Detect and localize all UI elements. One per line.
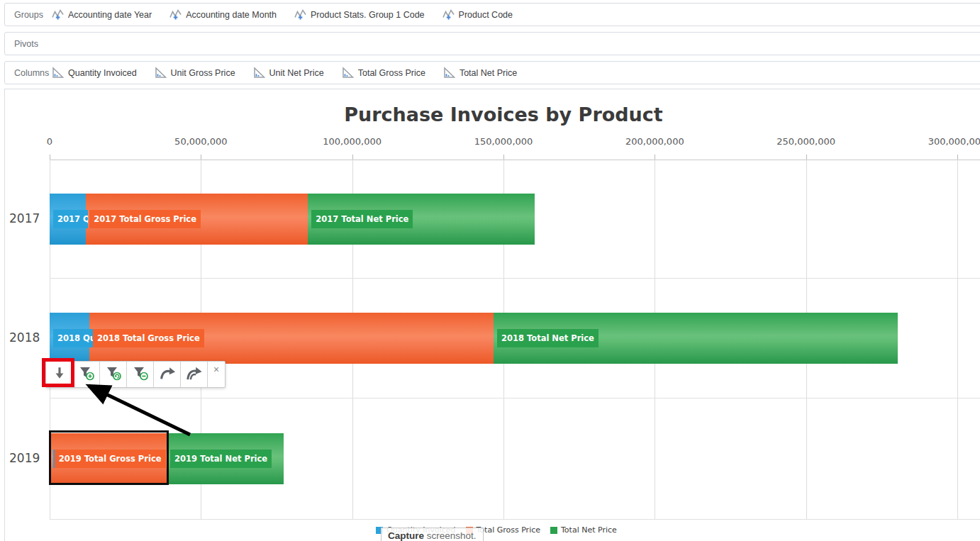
x-axis-line [50,160,980,160]
field-chip-label: Product Stats. Group 1 Code [311,10,425,20]
x-axis-tick-mark [655,155,655,160]
field-chip-accounting-date-month[interactable]: Accounting date Month [169,8,277,21]
legend-swatch [550,527,557,534]
y-category-label: 2019 [9,451,45,465]
field-chip-accounting-date-year[interactable]: Accounting date Year [51,8,152,21]
gridline [50,519,980,520]
sigma-triangle-icon [252,66,266,79]
field-chip-total-gross-price[interactable]: Total Gross Price [341,66,425,79]
capture-screenshot-tooltip: Capture screenshot. [381,528,484,541]
filter-add-button[interactable] [73,362,100,387]
x-axis-tick-label: 250,000,000 [757,136,856,147]
popup-close-button[interactable]: × [208,362,225,387]
bar-label-badge: 2017 Total Gross Price [89,210,201,228]
x-axis-tick-mark [50,155,50,160]
y-category-label: 2018 [9,330,45,345]
field-chip-label: Accounting date Year [68,10,152,20]
legend-item-total-net-price[interactable]: Total Net Price [550,525,617,535]
x-axis-tick-label: 50,000,000 [151,136,250,147]
field-chip-label: Product Code [459,10,513,20]
funnel-minus-icon [132,364,149,384]
gridline [957,160,958,519]
columns-row-label: Columns [14,68,51,78]
x-axis-tick-label: 0 [0,136,99,147]
x-axis-tick-mark [503,155,504,160]
groups-items: Accounting date Year Accounting date Mon… [51,8,530,21]
field-chip-label: Accounting date Month [186,10,277,20]
sigma-triangle-icon [154,66,167,79]
line-chart-pin-icon [51,8,65,21]
x-axis-tick-mark [957,155,958,160]
pivots-field-row: Pivots [4,32,980,55]
curved-arrow-double-icon [185,364,204,384]
gridline [50,398,980,398]
legend-label: Total Gross Price [477,525,541,535]
field-chip-label: Total Net Price [460,68,517,78]
line-chart-pin-icon [442,8,455,21]
tooltip-regular-text: screenshot. [424,530,477,541]
bar-label-badge: 2018 Total Net Price [497,329,598,347]
line-chart-pin-icon [294,8,307,21]
bar-label-badge: 2017 Total Net Price [311,210,413,228]
x-axis-tick-label: 300,000,000 [908,136,980,147]
tooltip-bold-text: Capture [388,530,424,541]
pivots-row-label: Pivots [14,39,51,49]
curved-arrow-icon [158,364,177,384]
sigma-triangle-icon [341,66,355,79]
groups-row-label: Groups [14,10,51,20]
red-highlight-annotation [42,358,74,387]
x-axis-tick-mark [806,155,807,160]
line-chart-pin-icon [169,8,182,21]
y-category-label: 2017 [9,211,45,225]
x-axis-tick-mark [352,155,353,160]
x-axis-tick-label: 150,000,000 [454,136,553,147]
field-chip-label: Unit Gross Price [171,68,235,78]
sigma-triangle-icon [51,66,65,79]
field-chip-product-code[interactable]: Product Code [442,8,513,21]
selected-bar-outline [49,430,169,485]
gridline [50,278,980,279]
bar-label-badge: 2018 Quan [53,329,93,347]
x-axis-tick-mark [201,155,201,160]
filter-remove-button[interactable] [127,362,154,387]
app-window: Groups Accounting date Year Accounting d… [0,0,980,541]
funnel-refresh-icon [105,364,122,384]
chart-title: Purchase Invoices by Product [0,104,980,126]
filter-refresh-button[interactable] [100,362,127,387]
field-chip-unit-net-price[interactable]: Unit Net Price [252,66,324,79]
field-chip-label: Unit Net Price [269,68,324,78]
field-chip-label: Total Gross Price [358,68,425,78]
chart-legend: Quantity InvoicedTotal Gross PriceTotal … [0,525,980,535]
groups-field-row: Groups Accounting date Year Accounting d… [4,3,980,26]
x-axis-tick-label: 200,000,000 [605,136,704,147]
columns-field-row: Columns Quantity Invoiced Unit Gross Pri… [4,61,980,84]
funnel-plus-icon [78,364,95,384]
field-chip-total-net-price[interactable]: Total Net Price [442,66,517,79]
field-chip-unit-gross-price[interactable]: Unit Gross Price [154,66,235,79]
redo-drill-button[interactable] [181,362,208,387]
undo-drill-button[interactable] [154,362,181,387]
bar-label-badge: 2018 Total Gross Price [93,329,204,347]
sigma-triangle-icon [442,66,456,79]
field-chip-label: Quantity Invoiced [68,68,137,78]
bar-label-badge: 2017 Qua [53,210,88,228]
field-chip-quantity-invoiced[interactable]: Quantity Invoiced [51,66,137,79]
bar-label-badge: 2019 Total Net Price [170,450,272,468]
columns-items: Quantity Invoiced Unit Gross Price Unit … [51,66,534,79]
x-axis-tick-label: 100,000,000 [303,136,402,147]
legend-label: Total Net Price [561,525,617,535]
field-chip-product-stats-group-1-code[interactable]: Product Stats. Group 1 Code [294,8,425,21]
